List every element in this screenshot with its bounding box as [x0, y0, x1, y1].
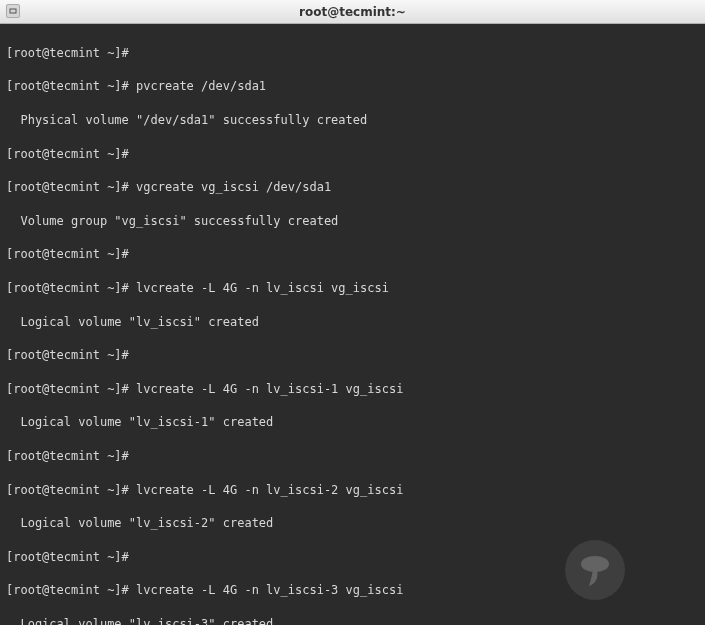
terminal-line: Logical volume "lv_iscsi-3" created [6, 616, 699, 625]
terminal-line: [root@tecmint ~]# lvcreate -L 4G -n lv_i… [6, 381, 699, 398]
terminal-line: [root@tecmint ~]# [6, 45, 699, 62]
terminal-output[interactable]: [root@tecmint ~]# [root@tecmint ~]# pvcr… [0, 24, 705, 625]
terminal-line: [root@tecmint ~]# pvcreate /dev/sda1 [6, 78, 699, 95]
window-menu-button[interactable] [6, 4, 20, 18]
terminal-line: [root@tecmint ~]# lvcreate -L 4G -n lv_i… [6, 482, 699, 499]
terminal-line: Logical volume "lv_iscsi-2" created [6, 515, 699, 532]
terminal-line: [root@tecmint ~]# [6, 347, 699, 364]
svg-point-1 [581, 556, 609, 572]
window-titlebar: root@tecmint:~ [0, 0, 705, 24]
terminal-line: Physical volume "/dev/sda1" successfully… [6, 112, 699, 129]
window-controls [6, 4, 20, 18]
terminal-line: [root@tecmint ~]# [6, 146, 699, 163]
terminal-line: [root@tecmint ~]# [6, 246, 699, 263]
terminal-line: [root@tecmint ~]# [6, 448, 699, 465]
watermark-icon [565, 540, 625, 600]
terminal-line: Volume group "vg_iscsi" successfully cre… [6, 213, 699, 230]
window-title: root@tecmint:~ [299, 5, 406, 19]
terminal-line: Logical volume "lv_iscsi" created [6, 314, 699, 331]
terminal-line: [root@tecmint ~]# lvcreate -L 4G -n lv_i… [6, 280, 699, 297]
svg-rect-0 [10, 9, 16, 13]
terminal-line: Logical volume "lv_iscsi-1" created [6, 414, 699, 431]
terminal-line: [root@tecmint ~]# vgcreate vg_iscsi /dev… [6, 179, 699, 196]
